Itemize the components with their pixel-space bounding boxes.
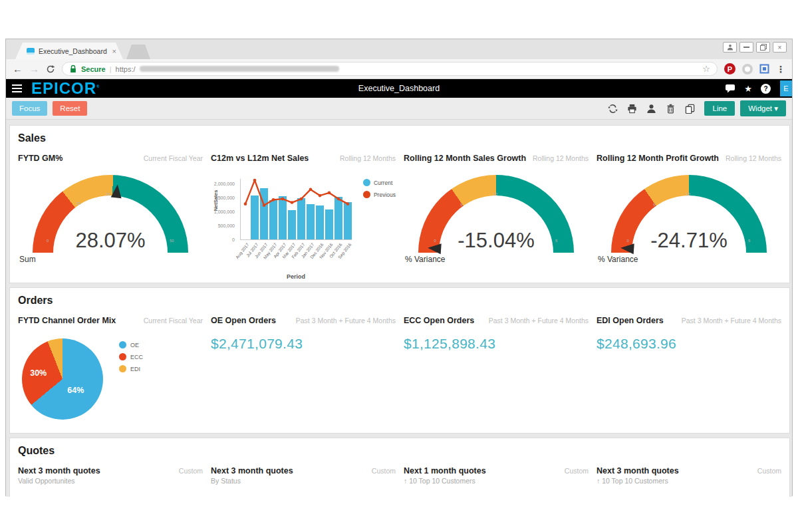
- widget-period: Custom: [179, 467, 203, 475]
- help-icon[interactable]: ?: [761, 84, 771, 94]
- widget-title: FYTD Channel Order Mix: [18, 316, 116, 325]
- legend-item: OE: [119, 341, 143, 348]
- restore-icon: [760, 44, 767, 51]
- lock-icon: [69, 65, 77, 73]
- minimize-button[interactable]: [739, 42, 753, 53]
- browser-menu-icon[interactable]: ⋮: [776, 64, 785, 74]
- widget-subtitle: ↑ 10 Top 10 Customers: [404, 477, 589, 485]
- widget-edi-open-orders[interactable]: EDI Open OrdersPast 3 Month + Future 4 M…: [597, 316, 781, 352]
- reset-button[interactable]: Reset: [53, 101, 87, 116]
- pie-slice-label: 64%: [67, 386, 84, 395]
- widget-quotes-3[interactable]: Next 1 month quotesCustom ↑ 10 Top 10 Cu…: [404, 466, 589, 497]
- widget-title: Rolling 12 Month Profit Growth: [597, 154, 719, 163]
- address-input[interactable]: Secure | https:/ ☆: [62, 62, 718, 76]
- person-icon: [727, 44, 733, 51]
- new-tab-stub[interactable]: [126, 45, 150, 59]
- gauge-tick-label: 5: [460, 203, 462, 207]
- widget-net-sales[interactable]: C12m vs L12m Net SalesRolling 12 Months …: [211, 154, 396, 289]
- bookmark-star-icon[interactable]: ☆: [702, 64, 710, 74]
- widget-period: Past 3 Month + Future 4 Months: [682, 317, 781, 325]
- widget-title: ECC Open Orders: [404, 316, 474, 325]
- cut-chart: [597, 494, 781, 497]
- pie-chart: 64%30% OEECCEDI: [18, 334, 203, 428]
- forward-icon[interactable]: →: [29, 63, 39, 74]
- widget-quotes-4[interactable]: Next 3 month quotesCustom ↑ 10 Top 10 Cu…: [597, 466, 781, 497]
- widget-quotes-2[interactable]: Next 3 month quotesCustom By Status: [211, 466, 396, 497]
- widget-period: Custom: [372, 467, 396, 475]
- y-tick-label: 500,000: [218, 223, 235, 228]
- x-axis-label: Period: [240, 273, 352, 280]
- y-tick-label: 0: [232, 237, 235, 242]
- url-separator: |: [110, 65, 112, 73]
- widget-period: Current Fiscal Year: [144, 317, 203, 325]
- pinterest-extension-icon[interactable]: P: [724, 63, 735, 74]
- widget-order-mix[interactable]: FYTD Channel Order MixCurrent Fiscal Yea…: [18, 316, 203, 428]
- secure-label: Secure: [81, 65, 106, 73]
- legend-swatch-icon: [119, 341, 126, 348]
- delete-button[interactable]: [666, 104, 676, 114]
- line-button[interactable]: Line: [704, 101, 735, 116]
- gauge-tick-label: 5: [653, 203, 655, 207]
- section-orders: Orders FYTD Channel Order MixCurrent Fis…: [9, 287, 790, 434]
- focus-button[interactable]: Focus: [12, 101, 47, 116]
- legend-item: Previous: [363, 191, 396, 198]
- widget-title: FYTD GM%: [18, 154, 63, 163]
- widget-ecc-open-orders[interactable]: ECC Open OrdersPast 3 Month + Future 4 M…: [404, 316, 589, 352]
- gauge-axis-label: % Variance: [405, 255, 445, 264]
- gauge-tick-label: 10: [686, 192, 690, 196]
- favorite-icon[interactable]: ★: [744, 84, 752, 94]
- line-series: [241, 179, 352, 240]
- widget-oe-open-orders[interactable]: OE Open OrdersPast 3 Month + Future 4 Mo…: [211, 316, 396, 352]
- restore-button[interactable]: [756, 42, 770, 53]
- trash-icon: [666, 104, 676, 114]
- dashboard-toolbar: Focus Reset Line Widget ▾: [6, 98, 792, 120]
- pie-slice-label: 30%: [30, 368, 47, 378]
- widget-sales-growth[interactable]: Rolling 12 Month Sales GrowthRolling 12 …: [404, 154, 589, 253]
- widget-period: Past 3 Month + Future 4 Months: [489, 317, 589, 325]
- tab-close-icon[interactable]: ×: [112, 47, 116, 55]
- chat-icon[interactable]: [726, 84, 735, 93]
- gauge-axis-label: % Variance: [598, 255, 638, 264]
- refresh-button[interactable]: [608, 104, 618, 114]
- widget-dropdown-button[interactable]: Widget ▾: [740, 100, 786, 116]
- user-button[interactable]: [646, 104, 656, 114]
- cut-chart: [211, 494, 396, 497]
- legend-item: Current: [363, 179, 396, 186]
- widget-profit-growth[interactable]: Rolling 12 Month Profit GrowthRolling 12…: [597, 154, 781, 253]
- browser-url-bar: ← → Secure | https:/ ☆ P ⋮: [6, 59, 792, 79]
- copy-button[interactable]: [685, 104, 695, 114]
- toolbar-right-group: Line Widget ▾: [608, 100, 786, 116]
- extension-icon[interactable]: [742, 64, 753, 74]
- copy-icon: [685, 104, 695, 114]
- close-window-button[interactable]: ×: [773, 42, 787, 53]
- edi-open-orders-value: $248,693.96: [597, 336, 781, 352]
- minimize-icon: [743, 47, 749, 48]
- widget-title: C12m vs L12m Net Sales: [211, 154, 309, 163]
- widget-period: Rolling 12 Months: [726, 154, 781, 162]
- user-badge[interactable]: E: [780, 80, 792, 96]
- back-icon[interactable]: ←: [13, 63, 23, 74]
- widget-fytd-gm[interactable]: FYTD GM%Current Fiscal Year 0252950 28.0…: [18, 154, 203, 253]
- orders-section-title: Orders: [18, 295, 783, 307]
- browser-tab[interactable]: Executive_Dashboard ×: [15, 43, 123, 59]
- y-axis-ticks: 2,000,0001,500,0001,000,000500,0000: [211, 179, 237, 240]
- bar-line-chart: NetSales 2,000,0001,500,0001,000,000500,…: [211, 163, 396, 289]
- widget-subtitle: ↑ 10 Top 10 Customers: [597, 477, 781, 485]
- widget-period: Rolling 12 Months: [340, 154, 396, 162]
- y-tick-label: 1,000,000: [214, 209, 235, 214]
- legend-label: ECC: [130, 354, 143, 360]
- reload-icon[interactable]: [46, 65, 55, 74]
- print-icon: [627, 104, 637, 114]
- widget-title: Next 3 month quotes: [597, 466, 679, 475]
- gauge-fytd-gm: 0252950 28.07%: [33, 175, 188, 253]
- frame-extension-icon[interactable]: [759, 64, 769, 74]
- profile-button[interactable]: [723, 42, 737, 53]
- legend-item: ECC: [119, 353, 143, 360]
- widget-title: EDI Open Orders: [597, 316, 664, 325]
- print-button[interactable]: [627, 104, 637, 114]
- widget-quotes-1[interactable]: Next 3 month quotesCustom Valid Opportun…: [18, 466, 203, 497]
- plot-area: [240, 179, 352, 240]
- widget-title: Rolling 12 Month Sales Growth: [404, 154, 526, 163]
- tab-title: Executive_Dashboard: [39, 47, 110, 55]
- oe-open-orders-value: $2,471,079.43: [211, 336, 396, 352]
